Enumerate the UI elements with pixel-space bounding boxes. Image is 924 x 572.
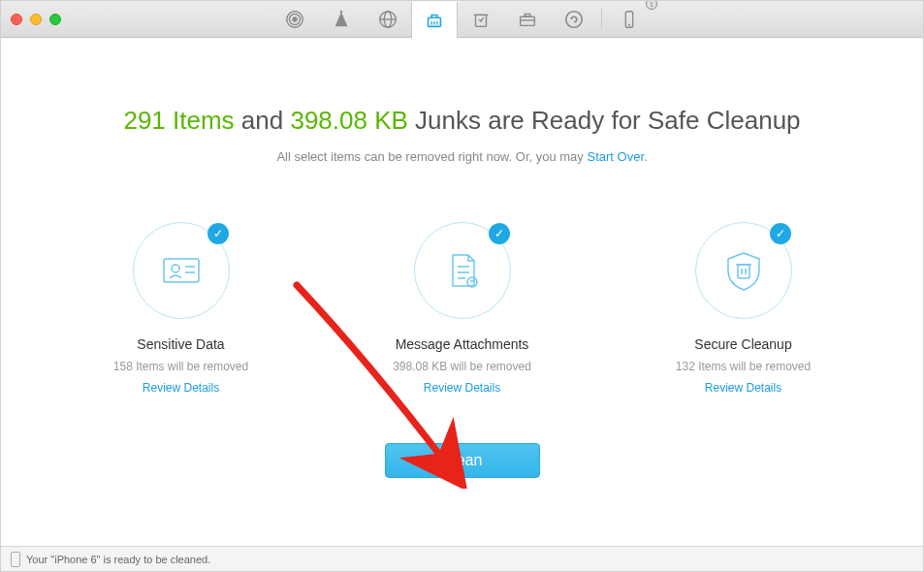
tab-airplay[interactable] (271, 1, 318, 37)
headline-size: 398.08 KB (290, 106, 407, 135)
toolbar-separator (601, 9, 602, 29)
zoom-window-button[interactable] (49, 14, 61, 25)
svg-rect-14 (525, 14, 530, 16)
check-badge[interactable]: ✓ (207, 223, 229, 244)
card-sensitive-data: ✓ Sensitive Data 158 Items will be remov… (84, 222, 278, 395)
check-badge[interactable]: ✓ (489, 223, 510, 244)
card-sub: 132 Items will be removed (676, 360, 811, 373)
window-controls (1, 14, 61, 25)
title-bar: 1 (1, 1, 923, 38)
device-count-badge: 1 (646, 0, 657, 10)
cards-row: ✓ Sensitive Data 158 Items will be remov… (84, 222, 841, 395)
svg-point-16 (566, 11, 583, 27)
tab-internet[interactable] (365, 1, 411, 37)
phone-icon (11, 552, 20, 567)
svg-point-20 (172, 265, 179, 272)
tab-cleanup[interactable] (411, 1, 458, 38)
tab-restore[interactable] (551, 1, 597, 37)
review-details-link[interactable]: Review Details (143, 381, 219, 395)
review-details-link[interactable]: Review Details (424, 381, 500, 395)
svg-rect-27 (738, 265, 749, 278)
toolbar: 1 (271, 1, 653, 37)
message-attachments-icon: ✓ (414, 222, 511, 319)
svg-point-18 (628, 23, 630, 25)
secure-cleanup-icon: ✓ (695, 222, 792, 319)
check-badge[interactable]: ✓ (770, 223, 791, 244)
subline: All select items can be removed right no… (276, 149, 647, 164)
clean-button[interactable]: Clean (385, 443, 540, 478)
card-secure-cleanup: ✓ Secure Cleanup 132 Items will be remov… (647, 222, 841, 395)
tab-toolbox[interactable] (504, 1, 551, 37)
card-title: Secure Cleanup (694, 336, 791, 352)
minimize-window-button[interactable] (30, 14, 42, 25)
close-window-button[interactable] (11, 14, 22, 25)
card-sub: 158 Items will be removed (113, 360, 248, 373)
start-over-link[interactable]: Start Over (587, 149, 644, 164)
status-bar: Your "iPhone 6" is ready to be cleaned. (1, 546, 923, 571)
card-title: Message Attachments (396, 336, 529, 352)
tab-device[interactable]: 1 (606, 1, 653, 37)
svg-rect-3 (340, 10, 342, 14)
svg-rect-19 (164, 259, 199, 282)
card-title: Sensitive Data (137, 336, 224, 352)
sensitive-data-icon: ✓ (133, 222, 230, 319)
headline-items: 291 Items (123, 106, 234, 135)
main-content: 291 Items and 398.08 KB Junks are Ready … (1, 38, 923, 546)
review-details-link[interactable]: Review Details (705, 381, 781, 395)
card-message-attachments: ✓ Message Attachments 398.08 KB will be … (366, 222, 559, 395)
headline: 291 Items and 398.08 KB Junks are Ready … (123, 106, 800, 136)
tab-trash[interactable] (458, 1, 504, 37)
svg-point-0 (292, 16, 298, 22)
status-text: Your "iPhone 6" is ready to be cleaned. (26, 554, 210, 565)
svg-rect-13 (521, 16, 535, 25)
card-sub: 398.08 KB will be removed (393, 360, 531, 373)
tab-speedup[interactable] (318, 1, 365, 37)
